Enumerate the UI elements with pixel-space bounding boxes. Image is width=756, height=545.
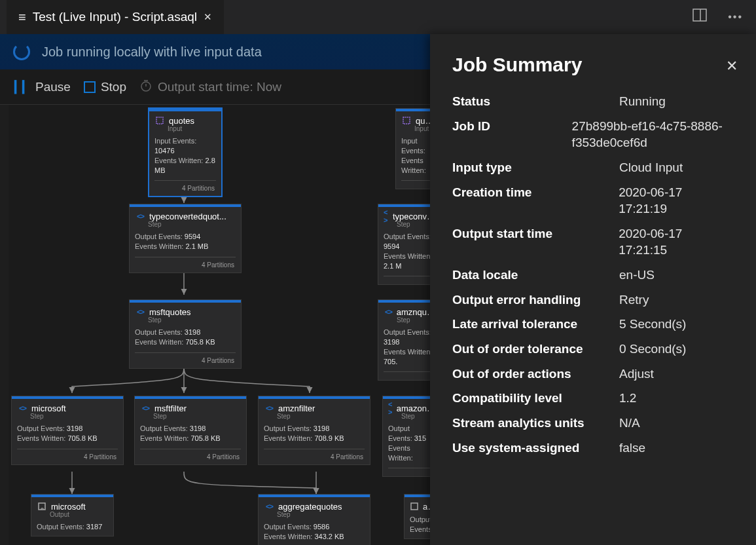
value-input-events: 10476: [154, 147, 175, 155]
value-events-written: 705.8 KB: [190, 434, 220, 442]
value-output-events: 315: [414, 434, 426, 442]
summary-value: Retry: [619, 291, 649, 309]
label-input-events: Input Events:: [401, 137, 425, 155]
label-output-events: Output Events:: [264, 424, 312, 432]
summary-row: Output error handlingRetry: [452, 288, 734, 312]
value-output-events: 3198: [190, 424, 206, 432]
label-events-written: Events Written:: [384, 252, 432, 260]
output-start-time[interactable]: Output start time: Now: [139, 79, 281, 95]
node-typeconverted[interactable]: < >typeconvertedquot... Step Output Even…: [130, 204, 241, 272]
split-editor-icon[interactable]: [693, 9, 707, 26]
step-icon: < >: [135, 307, 145, 317]
svg-rect-12: [411, 503, 418, 510]
label-output-events: Output Events:: [17, 424, 65, 432]
summary-label: Job ID: [452, 118, 572, 151]
summary-value: N/A: [619, 415, 640, 432]
close-icon[interactable]: ✕: [726, 58, 738, 75]
stop-button[interactable]: Stop: [84, 80, 126, 94]
node-kind: Input: [149, 125, 221, 135]
value-output-events: 3198: [67, 424, 82, 432]
value-output-events: 3187: [86, 523, 102, 531]
panel-title: Job Summary: [452, 54, 734, 76]
summary-row: Input typeCloud Input: [452, 155, 734, 180]
node-msftfilter[interactable]: < >msftfilter Step Output Events: 3198 E…: [135, 396, 246, 464]
summary-label: Creation time: [452, 184, 619, 217]
summary-value: 1.2: [619, 390, 636, 407]
node-msftquotes[interactable]: < >msftquotes Step Output Events: 3198 E…: [130, 300, 241, 368]
summary-value: en-US: [619, 267, 655, 284]
value-events-written: 2.1 M: [384, 262, 402, 270]
step-icon: < >: [135, 211, 145, 221]
more-actions-icon[interactable]: •••: [728, 11, 743, 23]
value-events-written: 705.8 KB: [185, 338, 215, 346]
node-partitions: 4 Partitions: [130, 259, 241, 272]
label-output-events: Output Events:: [135, 233, 183, 240]
step-icon: < >: [264, 403, 274, 413]
step-icon: < >: [388, 403, 393, 413]
summary-row: Out of order actionsAdjust: [452, 362, 734, 386]
svg-rect-0: [693, 9, 706, 21]
summary-label: Input type: [452, 159, 619, 176]
summary-value: 0 Second(s): [619, 341, 686, 358]
label-events-written: Events Written:: [401, 157, 426, 174]
node-title: msftfilter: [154, 404, 187, 413]
summary-row: Creation time2020-06-17 17:21:19: [452, 180, 734, 221]
summary-value: Cloud Input: [619, 159, 683, 176]
hamburger-icon: ≡: [18, 10, 26, 25]
summary-value: 5 Second(s): [619, 316, 686, 333]
node-partitions: 4 Partitions: [12, 451, 123, 464]
summary-value: 27b899bb-ef16-4c75-8886-f353de0cef6d: [572, 118, 734, 151]
summary-label: Out of order tolerance: [452, 341, 619, 358]
label-events-written: Events Written:: [135, 338, 183, 346]
node-title: typeconv…: [393, 212, 435, 221]
step-icon: < >: [17, 403, 27, 413]
step-icon: < >: [384, 307, 393, 317]
value-output-events: 9594: [185, 233, 200, 240]
node-kind: Step: [259, 511, 370, 521]
value-events-written: 708.9 KB: [314, 434, 344, 442]
summary-row: Job ID27b899bb-ef16-4c75-8886-f353de0cef…: [452, 114, 734, 155]
summary-label: Out of order actions: [452, 366, 619, 383]
summary-label: Output start time: [452, 225, 619, 259]
node-kind: Step: [259, 413, 370, 423]
tab-title: Test (Live Input) - Script.asaql: [33, 10, 197, 24]
label-events-written: Events Written:: [264, 533, 312, 540]
label-events-written: Events Written:: [154, 157, 203, 164]
output-icon: [410, 501, 419, 512]
summary-value: Running: [619, 93, 666, 110]
input-icon: [154, 115, 165, 126]
node-quotes[interactable]: quotes Input Input Events: 10476 Events …: [149, 109, 221, 196]
titlebar: ≡ Test (Live Input) - Script.asaql ✕ •••: [0, 0, 756, 34]
node-microsoft[interactable]: < >microsoft Step Output Events: 3198 Ev…: [12, 396, 123, 464]
node-kind: Step: [12, 413, 123, 423]
node-kind: Step: [135, 413, 246, 423]
summary-label: Compatibility level: [452, 390, 619, 407]
summary-value: 2020-06-17 17:21:19: [619, 184, 734, 217]
node-amznfilter[interactable]: < >amznfilter Step Output Events: 3198 E…: [259, 396, 370, 464]
status-message: Job running locally with live input data: [42, 45, 262, 60]
value-output-events: 9586: [314, 523, 329, 531]
summary-value: Adjust: [619, 366, 654, 383]
node-microsoft-output[interactable]: microsoft Output Output Events: 3187: [31, 495, 113, 536]
job-summary-panel: Job Summary ✕ StatusRunningJob ID27b899b…: [430, 34, 756, 545]
value-output-events: 9594: [384, 242, 399, 250]
summary-row: Use system-assignedfalse: [452, 436, 734, 460]
titlebar-actions: •••: [693, 9, 749, 26]
pause-button[interactable]: ▎▎ Pause: [14, 80, 71, 94]
stop-label: Stop: [101, 80, 126, 94]
value-output-events: 3198: [185, 328, 200, 336]
summary-row: Compatibility level1.2: [452, 386, 734, 411]
node-aggregatequotes[interactable]: < >aggregatequotes Step Output Events: 9…: [259, 495, 370, 545]
pause-label: Pause: [35, 80, 71, 94]
value-events-written: 705.8 KB: [67, 434, 97, 442]
spinner-icon: [13, 43, 30, 60]
node-title: microsoft: [31, 404, 66, 413]
editor-tab[interactable]: ≡ Test (Live Input) - Script.asaql ✕: [7, 0, 224, 34]
label-events-written: Events Written:: [17, 434, 65, 442]
tab-close-icon[interactable]: ✕: [204, 11, 212, 23]
label-events-written: Events Written:: [388, 444, 413, 462]
label-output-events: Output Events:: [264, 523, 312, 531]
summary-row: Stream analytics unitsN/A: [452, 411, 734, 436]
summary-label: Output error handling: [452, 291, 619, 309]
node-partitions: 4 Partitions: [259, 451, 370, 464]
